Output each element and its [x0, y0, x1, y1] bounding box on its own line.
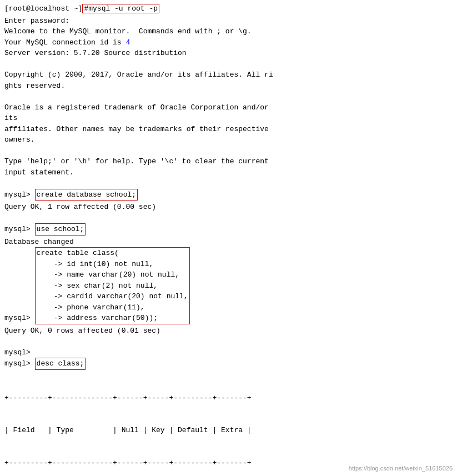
mysql-prompt-1: mysql>: [4, 191, 35, 199]
connection-id: 4: [125, 38, 130, 47]
db-changed-line: Database changed: [4, 237, 453, 248]
oracle-line2: its: [4, 113, 453, 124]
desc-class-command: desc class;: [35, 358, 86, 370]
root-command-highlight: #mysql -u root -p: [82, 4, 159, 13]
mysql-prompt-2: mysql>: [4, 225, 35, 233]
mysql-blank-prompt: mysql>: [4, 347, 453, 358]
blank2: [4, 91, 453, 102]
blank3: [4, 146, 453, 157]
use-school-line: mysql> use school;: [4, 223, 453, 236]
root-prompt: [root@localhost ~]: [4, 4, 82, 13]
copyright-line1: Copyright (c) 2000, 2017, Oracle and/or …: [4, 69, 453, 81]
use-school-command: use school;: [35, 223, 86, 236]
welcome-line1: Welcome to the MySQL monitor. Commands e…: [4, 26, 453, 37]
mysql-prompt-5: mysql>: [4, 359, 35, 368]
terminal-window: [root@localhost ~]#mysql -u root -p Ente…: [4, 3, 453, 476]
mysql-prompt-3: mysql>: [4, 314, 35, 322]
blank5: [4, 213, 453, 224]
blank1: [4, 59, 453, 70]
oracle-line4: owners.: [4, 134, 453, 146]
server-version-line: Server version: 5.7.20 Source distributi…: [4, 48, 453, 59]
help-line1: Type 'help;' or '\h' for help. Type '\c'…: [4, 156, 453, 167]
blank6: [4, 336, 453, 347]
enter-password-line: Enter password:: [4, 16, 453, 27]
welcome-line2: Your MySQL connection id is 4: [4, 37, 453, 48]
table-output: +---------+--------------+------+-----+-…: [4, 371, 453, 477]
watermark: https://blog.csdn.net/weixin_51615026: [349, 465, 453, 472]
help-line2: input statement.: [4, 167, 453, 178]
create-db-command: create database school;: [35, 189, 138, 201]
blank4: [4, 178, 453, 189]
query-ok-2: Query OK, 0 rows affected (0.01 sec): [4, 325, 453, 337]
root-command-line: [root@localhost ~]#mysql -u root -p: [4, 3, 453, 14]
oracle-line3: affiliates. Other names may be trademark…: [4, 124, 453, 135]
desc-class-line: mysql> desc class;: [4, 358, 453, 370]
oracle-line1: Oracle is a registered trademark of Orac…: [4, 102, 453, 113]
create-table-block: mysql> create table class( -> id int(10)…: [4, 247, 453, 324]
create-db-line: mysql> create database school;: [4, 189, 453, 201]
table-sep-1: +---------+--------------+------+-----+-…: [4, 393, 453, 404]
create-table-command: create table class( -> id int(10) not nu…: [35, 247, 190, 324]
table-header-row: | Field | Type | Null | Key | Default | …: [4, 425, 453, 436]
copyright-line2: ghts reserved.: [4, 81, 453, 92]
query-ok-1: Query OK, 1 row affected (0.00 sec): [4, 202, 453, 213]
